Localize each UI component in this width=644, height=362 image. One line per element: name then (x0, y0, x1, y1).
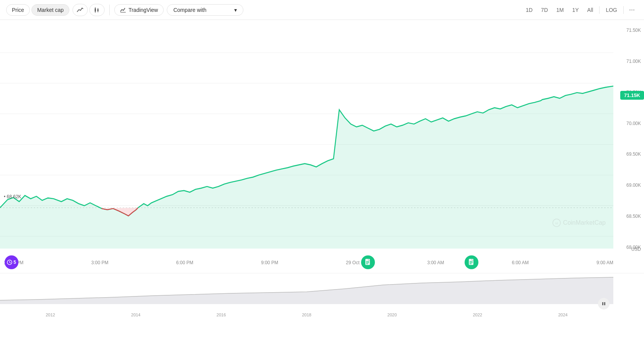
y-label-1: 71.50K (613, 28, 641, 33)
main-chart-container: 71.50K 71.00K 70.50K 70.00K 69.50K 69.00… (0, 20, 644, 273)
svg-line-19 (10, 262, 11, 263)
candle-chart-button[interactable] (89, 4, 105, 16)
x-axis: 12:00 PM 3:00 PM 6:00 PM 9:00 PM 29 Oct … (0, 252, 613, 273)
doc-event-2[interactable] (465, 255, 478, 269)
start-price-label: • 68.62K (4, 194, 21, 199)
price-button[interactable]: Price (6, 4, 30, 16)
mini-x-2014: 2014 (131, 313, 140, 317)
market-cap-button[interactable]: Market cap (31, 4, 69, 16)
chart-type-group: Price Market cap (6, 4, 69, 16)
mini-x-axis: 2012 2014 2016 2018 2020 2022 2024 (0, 313, 613, 317)
trading-view-label: TradingView (128, 7, 158, 13)
mini-x-2018: 2018 (302, 313, 311, 317)
pause-button[interactable] (598, 298, 610, 309)
news-events-badge[interactable]: 5 (5, 255, 18, 269)
time-divider (599, 6, 600, 14)
pause-icon (601, 301, 606, 306)
line-icon (77, 7, 84, 13)
x-label-900am: 9:00 AM (596, 260, 613, 265)
y-label-5: 69.50K (613, 151, 641, 157)
time-1m-button[interactable]: 1M (552, 5, 567, 15)
mini-x-2022: 2022 (473, 313, 482, 317)
line-chart-button[interactable] (72, 4, 88, 16)
mini-x-2016: 2016 (217, 313, 226, 317)
mini-x-2012: 2012 (46, 313, 55, 317)
usd-label: USD (631, 247, 641, 252)
current-price-badge: 71.15K (620, 91, 644, 100)
x-label-300am: 3:00 AM (427, 260, 444, 265)
x-label-600am: 6:00 AM (512, 260, 529, 265)
cmc-logo-icon: M (552, 219, 561, 227)
chart-style-group (72, 4, 105, 16)
chevron-down-icon: ▾ (234, 7, 237, 13)
svg-rect-28 (602, 302, 603, 305)
svg-rect-29 (604, 302, 605, 305)
time-divider-2 (623, 6, 624, 14)
coinmarketcap-watermark: M CoinMarketCap (552, 219, 606, 227)
svg-rect-0 (95, 8, 96, 12)
svg-text:M: M (555, 222, 558, 225)
mini-chart-svg (0, 273, 613, 304)
y-label-7: 68.50K (613, 214, 641, 219)
x-label-29oct: 29 Oct (346, 260, 359, 265)
x-label-600pm: 6:00 PM (176, 260, 194, 265)
mini-chart-container: 2012 2014 2016 2018 2020 2022 2024 (0, 273, 644, 317)
document-icon-2 (468, 258, 475, 266)
time-1y-button[interactable]: 1Y (568, 5, 583, 15)
time-range-group: 1D 7D 1M 1Y All LOG ··· (522, 3, 638, 16)
compare-button[interactable]: Compare with ▾ (167, 4, 243, 16)
y-axis: 71.50K 71.00K 70.50K 70.00K 69.50K 69.00… (613, 20, 644, 273)
compare-label: Compare with (173, 7, 206, 13)
mini-x-2024: 2024 (558, 313, 567, 317)
time-all-button[interactable]: All (583, 5, 597, 15)
y-label-6: 69.00K (613, 183, 641, 188)
news-count-label: 5 (13, 260, 16, 265)
time-1d-button[interactable]: 1D (522, 5, 536, 15)
doc-event-1[interactable] (361, 255, 375, 269)
document-icon (365, 258, 371, 266)
toolbar: Price Market cap TradingView (0, 0, 644, 20)
log-button[interactable]: LOG (602, 5, 621, 15)
trading-view-button[interactable]: TradingView (114, 4, 164, 16)
y-label-2: 71.00K (613, 59, 641, 64)
x-label-300pm: 3:00 PM (91, 260, 108, 265)
clock-icon (7, 260, 12, 265)
trading-view-icon (120, 7, 126, 13)
candle-icon (94, 7, 100, 13)
divider-1 (109, 5, 110, 15)
price-chart-svg (0, 20, 613, 273)
mini-x-2020: 2020 (388, 313, 397, 317)
watermark-text: CoinMarketCap (563, 219, 606, 226)
x-label-900pm: 9:00 PM (261, 260, 278, 265)
svg-rect-3 (97, 9, 99, 11)
y-label-4: 70.00K (613, 121, 641, 126)
time-7d-button[interactable]: 7D (537, 5, 552, 15)
start-price-value: 68.62K (7, 194, 21, 199)
more-options-button[interactable]: ··· (626, 3, 638, 16)
